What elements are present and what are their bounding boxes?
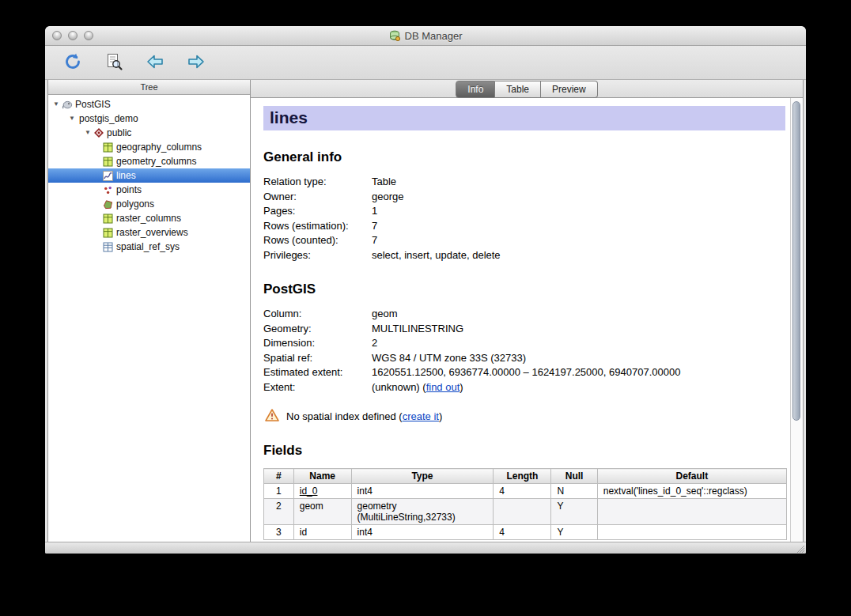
polygons-layer-icon xyxy=(102,199,114,210)
column-header: Name xyxy=(293,469,351,484)
info-row: Column: geom xyxy=(263,307,787,322)
tree-item-label: geography_columns xyxy=(116,142,202,153)
info-value: 2 xyxy=(372,336,377,351)
points-layer-icon xyxy=(102,185,114,195)
info-label: Geometry: xyxy=(263,322,372,337)
info-label: Owner: xyxy=(263,190,372,205)
general-info-heading: General info xyxy=(263,149,787,165)
refresh-button[interactable] xyxy=(61,51,85,74)
tree-item-label: points xyxy=(116,184,142,195)
find-out-link[interactable]: find out xyxy=(426,381,460,393)
tree-item-label: public xyxy=(107,127,131,138)
tree-item-postgis[interactable]: ▼ PostGIS xyxy=(48,97,250,111)
info-body: lines General info Relation type: Table … xyxy=(251,98,803,542)
fields-heading: Fields xyxy=(263,443,787,459)
info-label: Estimated extent: xyxy=(263,365,372,380)
info-label: Privileges: xyxy=(263,248,372,263)
info-value: (unknown) (find out) xyxy=(372,380,463,395)
sql-window-icon xyxy=(104,52,123,74)
close-button[interactable] xyxy=(52,31,62,40)
tree-item-geography-columns[interactable]: geography_columns xyxy=(48,140,250,154)
info-row-extent: Extent: (unknown) (find out) xyxy=(263,380,787,395)
tree-item-lines[interactable]: lines xyxy=(48,168,250,183)
spatial-index-warning: No spatial index defined (create it) xyxy=(265,409,787,424)
info-label: Dimension: xyxy=(263,336,372,351)
info-value: 7 xyxy=(372,219,377,234)
table-icon xyxy=(102,228,114,238)
create-index-link[interactable]: create it xyxy=(403,410,439,422)
export-layer-button[interactable] xyxy=(184,51,208,74)
tree-item-polygons[interactable]: polygons xyxy=(48,197,250,211)
table-row: 3 id int4 4 Y xyxy=(264,525,787,540)
column-header: Type xyxy=(351,469,494,484)
field-name-link[interactable]: id_0 xyxy=(300,486,318,497)
info-row: Pages: 1 xyxy=(263,204,787,219)
vertical-scrollbar[interactable] xyxy=(790,98,803,542)
table-row: 2 geom geometry (MultiLineString,32733) … xyxy=(264,499,787,525)
tab-bar: Info Table Preview xyxy=(456,81,597,98)
minimize-button[interactable] xyxy=(68,31,78,40)
schema-icon xyxy=(93,127,104,138)
page-title: lines xyxy=(263,106,785,130)
app-icon xyxy=(389,30,401,42)
tree-item-public[interactable]: ▼ public xyxy=(48,126,250,140)
info-row: Estimated extent: 1620551.12500, 6936774… xyxy=(263,365,787,380)
main-split: Tree ▼ PostGIS xyxy=(47,80,804,542)
chevron-down-icon[interactable]: ▼ xyxy=(67,111,77,126)
tree-item-label: lines xyxy=(116,170,136,181)
traffic-lights xyxy=(52,31,93,40)
import-layer-icon xyxy=(146,52,165,74)
sql-window-button[interactable] xyxy=(102,51,126,74)
tree-item-points[interactable]: points xyxy=(48,183,250,197)
tree-item-spatial-ref-sys[interactable]: spatial_ref_sys xyxy=(48,240,250,254)
zoom-button[interactable] xyxy=(84,31,93,40)
tab-info[interactable]: Info xyxy=(456,81,495,98)
status-strip xyxy=(45,542,806,554)
tree-item-raster-columns[interactable]: raster_columns xyxy=(48,211,250,225)
info-label: Column: xyxy=(263,307,372,322)
tree-item-label: postgis_demo xyxy=(79,113,138,124)
info-label: Spatial ref: xyxy=(263,351,372,366)
info-row: Rows (estimation): 7 xyxy=(263,219,787,234)
column-header: Default xyxy=(597,469,786,484)
tree-item-label: raster_columns xyxy=(116,213,181,224)
info-value: geom xyxy=(372,307,398,322)
info-value: george xyxy=(372,190,403,205)
import-layer-button[interactable] xyxy=(143,51,167,74)
chevron-down-icon[interactable]: ▼ xyxy=(51,97,61,111)
info-row: Dimension: 2 xyxy=(263,336,787,351)
tree-item-geometry-columns[interactable]: geometry_columns xyxy=(48,154,250,168)
column-header: Length xyxy=(494,469,551,484)
warning-icon xyxy=(265,409,279,424)
info-row: Geometry: MULTILINESTRING xyxy=(263,322,787,337)
export-layer-icon xyxy=(187,52,206,74)
info-row: Privileges: select, insert, update, dele… xyxy=(263,248,787,263)
scrollbar-thumb[interactable] xyxy=(792,101,800,421)
chevron-down-icon[interactable]: ▼ xyxy=(83,126,93,140)
tree-item-label: raster_overviews xyxy=(116,227,188,238)
tree-item-label: spatial_ref_sys xyxy=(116,241,180,252)
info-label: Rows (estimation): xyxy=(263,219,372,234)
tab-table[interactable]: Table xyxy=(495,81,541,98)
plain-table-icon xyxy=(102,242,114,252)
tab-preview[interactable]: Preview xyxy=(541,81,598,98)
resize-grip[interactable] xyxy=(795,542,805,553)
info-row: Spatial ref: WGS 84 / UTM zone 33S (3273… xyxy=(263,351,787,366)
column-header: # xyxy=(264,469,294,484)
lines-layer-icon xyxy=(102,171,114,181)
info-value: 7 xyxy=(372,233,377,248)
column-header: Null xyxy=(551,469,597,484)
postgis-heading: PostGIS xyxy=(263,282,787,297)
title-bar[interactable]: DB Manager xyxy=(45,26,806,46)
info-label: Relation type: xyxy=(263,175,372,190)
info-value: select, insert, update, delete xyxy=(372,248,501,263)
info-row: Owner: george xyxy=(263,190,787,205)
tree-item-postgis-demo[interactable]: ▼ postgis_demo xyxy=(48,111,250,126)
db-manager-window: DB Manager xyxy=(45,26,806,554)
tree-item-raster-overviews[interactable]: raster_overviews xyxy=(48,225,250,240)
info-row: Relation type: Table xyxy=(263,175,787,190)
info-label: Rows (counted): xyxy=(263,233,372,248)
tree-item-label: polygons xyxy=(116,198,154,210)
detail-panel: Info Table Preview lines General info Re… xyxy=(251,80,803,542)
fields-table: # Name Type Length Null Default xyxy=(263,468,787,540)
